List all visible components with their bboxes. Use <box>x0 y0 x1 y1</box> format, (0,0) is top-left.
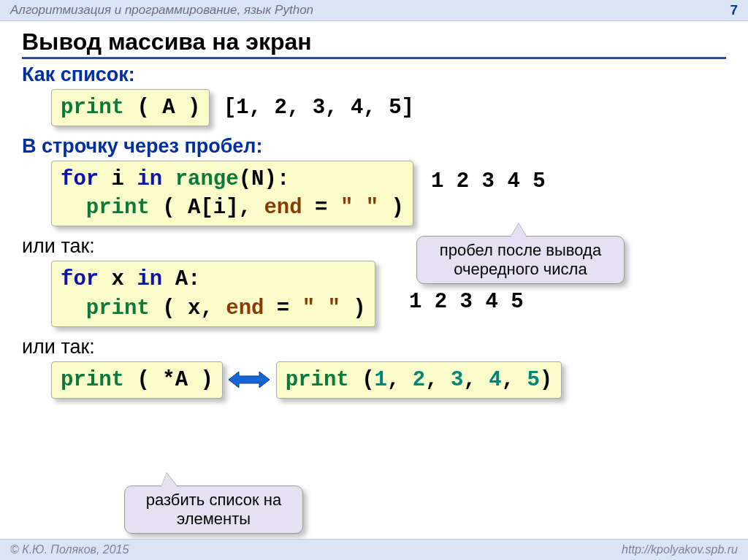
tok-indent2 <box>61 296 86 321</box>
heading-as-list: Как список: <box>22 64 726 86</box>
tok-for: for <box>61 167 99 191</box>
tok-c1: , <box>387 368 413 392</box>
page-title: Вывод массива на экран <box>22 28 726 59</box>
tok-for2: for <box>61 267 99 291</box>
tok-x: x <box>99 267 137 291</box>
callout-tail-icon <box>510 223 527 238</box>
tok-print4: print <box>286 368 349 392</box>
heading-or2: или так: <box>22 336 726 358</box>
callout-tail2-icon <box>161 473 178 488</box>
tok-range: range <box>175 167 239 191</box>
tok-c3: , <box>463 368 489 392</box>
tok-args: ( A[i], <box>150 196 264 220</box>
code-print-nums: print (1, 2, 3, 4, 5) <box>276 361 562 399</box>
tok-str: " " <box>340 196 378 220</box>
page-number: 7 <box>730 2 738 18</box>
code-print-star: print ( *A ) <box>51 361 223 399</box>
output-row1: 1 2 3 4 5 <box>431 169 546 193</box>
tok-A: A: <box>162 267 200 291</box>
tok-end2: end <box>226 296 264 321</box>
tok-sp <box>162 167 175 191</box>
tok-n2: 2 <box>413 368 425 392</box>
tok-args2: ( x, <box>150 296 226 321</box>
tok-starA: ( *A ) <box>124 368 213 392</box>
tok-n1: 1 <box>375 368 387 392</box>
tok-print2: print <box>86 296 150 321</box>
slide-body: Как список: print ( A ) [1, 2, 3, 4, 5] … <box>22 64 726 399</box>
tok-str2: " " <box>302 296 340 321</box>
tok-c4: , <box>502 368 527 392</box>
callout-split-list: разбить список на элементы <box>124 486 303 534</box>
tok-print3: print <box>61 368 124 392</box>
footer-url: http://kpolyakov.spb.ru <box>622 543 738 556</box>
tok-close: ) <box>378 196 404 220</box>
double-arrow-icon <box>229 369 270 390</box>
tok-eq2: = <box>264 296 302 321</box>
token-rest: ( A ) <box>124 96 200 120</box>
slide-footer: © К.Ю. Поляков, 2015 http://kpolyakov.sp… <box>0 539 748 560</box>
tok-in: in <box>137 167 162 191</box>
callout-text2: разбить список на элементы <box>146 491 281 528</box>
slide-header: Алгоритмизация и программирование, язык … <box>0 0 748 21</box>
code-for-range: for i in range(N): print ( A[i], end = "… <box>51 161 413 226</box>
tok-i: i <box>99 167 137 191</box>
tok-close2: ) <box>340 296 366 321</box>
tok-close4: ) <box>540 368 552 392</box>
tok-indent <box>61 196 86 220</box>
token-print: print <box>61 96 124 120</box>
tok-open4: ( <box>349 368 375 392</box>
tok-print: print <box>86 196 150 220</box>
course-title: Алгоритмизация и программирование, язык … <box>10 3 313 18</box>
output-list: [1, 2, 3, 4, 5] <box>224 96 414 120</box>
svg-marker-0 <box>229 372 270 388</box>
code-print-a: print ( A ) <box>51 89 210 126</box>
output-row2: 1 2 3 4 5 <box>409 290 524 314</box>
code-for-x: for x in A: print ( x, end = " " ) <box>51 261 375 326</box>
tok-n3: 3 <box>451 368 463 392</box>
heading-as-row: В строчку через пробел: <box>22 135 726 158</box>
tok-end: end <box>264 196 302 220</box>
tok-c2: , <box>425 368 451 392</box>
copyright: © К.Ю. Поляков, 2015 <box>10 543 129 556</box>
tok-eq: = <box>302 196 340 220</box>
tok-range-arg: (N): <box>239 167 290 191</box>
tok-n5: 5 <box>527 368 539 392</box>
tok-n4: 4 <box>489 368 501 392</box>
tok-in2: in <box>137 267 162 291</box>
